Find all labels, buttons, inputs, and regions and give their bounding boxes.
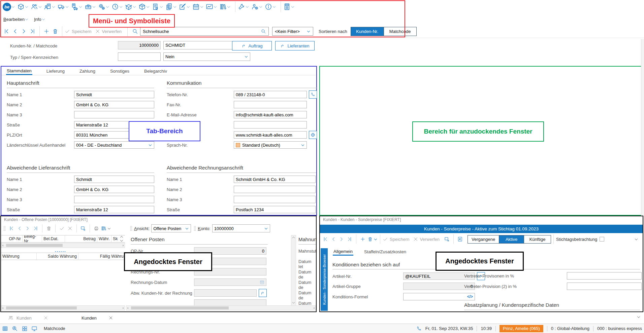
quick-search-input[interactable]: Schnellsuche xyxy=(140,27,269,36)
op-left-hscrollbar[interactable]: ‹› xyxy=(1,305,125,310)
aktive-button[interactable]: Aktive xyxy=(499,235,524,243)
toolbar-group-services[interactable] xyxy=(98,3,109,10)
telefon-input[interactable]: 089 / 231148-0 xyxy=(234,91,307,98)
toolbar-group-home[interactable]: be xyxy=(3,3,15,11)
table-grid-icon[interactable] xyxy=(2,326,8,332)
tab-allgemein[interactable]: Allgemein xyxy=(333,247,353,256)
drag-grip[interactable] xyxy=(130,226,132,231)
column-header[interactable]: Bel.Dat. xyxy=(42,235,65,242)
op-detail-vscrollbar[interactable] xyxy=(291,235,296,306)
rechnung-name3-input[interactable] xyxy=(234,196,316,203)
toolbar-group-stock-in[interactable] xyxy=(125,3,136,10)
vergangene-button[interactable]: Vergangene xyxy=(468,235,499,243)
previous-record-icon[interactable] xyxy=(17,226,22,231)
toolbar-group-info[interactable] xyxy=(265,3,276,10)
menu-bearbeiten[interactable]: Bearbeiten xyxy=(3,17,29,22)
status-time[interactable]: 10:39 xyxy=(481,326,492,331)
next-record-icon[interactable] xyxy=(339,236,344,242)
first-record-icon[interactable] xyxy=(323,236,328,242)
toolbar-group-library[interactable] xyxy=(219,3,231,10)
rechnung-strasse-input[interactable]: Postfach 1234 xyxy=(234,206,316,213)
open-website-button[interactable] xyxy=(309,131,317,139)
liefer-name1-input[interactable]: Schmidt xyxy=(74,176,154,183)
liefer-name3-input[interactable] xyxy=(74,196,154,203)
ansicht-dropdown[interactable]: Offene Posten xyxy=(151,224,191,232)
tab-lieferung[interactable]: Lieferung xyxy=(46,67,65,75)
toolbar-group-contacts[interactable] xyxy=(44,3,56,10)
printer-icon[interactable] xyxy=(94,226,99,231)
toolbar-group-time[interactable] xyxy=(111,3,123,10)
toolbar-group-calculator[interactable] xyxy=(283,3,295,10)
konto-dropdown[interactable]: 10000000 xyxy=(212,224,270,232)
rechnungsdatum-input[interactable] xyxy=(194,279,266,286)
status-department[interactable]: 0 : Global-Abteilung xyxy=(551,326,589,331)
email-input[interactable]: info@schmidt-kauft-alles.com xyxy=(234,111,307,118)
op-right-hscrollbar[interactable]: ‹› xyxy=(126,305,316,310)
tab-zahlung[interactable]: Zahlung xyxy=(79,67,96,75)
new-record-icon[interactable] xyxy=(360,236,365,242)
toolbar-group-delivery[interactable] xyxy=(71,3,83,10)
name2-input[interactable]: GmbH & Co. KG xyxy=(74,101,154,108)
formula-code-icon[interactable]: </> xyxy=(467,294,473,299)
first-record-icon[interactable] xyxy=(3,28,9,34)
open-record-button[interactable] xyxy=(259,289,267,297)
search-icon[interactable] xyxy=(261,29,266,34)
person-search-icon[interactable] xyxy=(12,326,18,332)
previous-record-icon[interactable] xyxy=(331,236,336,242)
close-icon[interactable] xyxy=(108,316,113,320)
next-record-icon[interactable] xyxy=(21,28,27,34)
op-grid-hscrollbar[interactable]: ‹› xyxy=(1,243,125,248)
splitter-dots[interactable] xyxy=(55,248,66,253)
save-button[interactable]: Speichern xyxy=(383,236,410,242)
tab-overflow-chevron[interactable] xyxy=(637,315,640,318)
discard-button[interactable]: Verwerfen xyxy=(95,29,122,34)
tab-stammdaten[interactable]: Stammdaten xyxy=(6,67,32,75)
toolbar-group-edit[interactable] xyxy=(179,3,190,10)
delete-record-icon[interactable] xyxy=(367,236,373,242)
rechnung-name2-input[interactable] xyxy=(234,186,316,193)
toolbar-group-stock[interactable] xyxy=(138,3,150,10)
toolbar-group-documents[interactable] xyxy=(165,3,177,10)
sprach-dropdown[interactable]: Standard (Deutsch) xyxy=(234,141,307,149)
phone-icon[interactable] xyxy=(416,326,422,331)
sperr-dropdown[interactable]: Nein xyxy=(163,52,250,61)
last-record-icon[interactable] xyxy=(30,28,36,34)
name3-input[interactable] xyxy=(74,111,154,118)
layout-squares-icon[interactable] xyxy=(22,326,28,332)
menu-info[interactable]: Info xyxy=(34,17,45,22)
toolbar-group-shipping[interactable] xyxy=(58,3,69,10)
euro-document-icon[interactable] xyxy=(457,236,463,242)
rechnung-name1-input[interactable]: Schmidt GmbH & Co. KG xyxy=(234,176,316,183)
new-record-icon[interactable] xyxy=(43,28,50,34)
toolbar-group-tools[interactable] xyxy=(238,3,249,10)
column-scroll-arrows[interactable] xyxy=(119,235,124,242)
column-header[interactable]: Fällig Währu xyxy=(78,253,125,260)
liefer-name2-input[interactable]: GmbH & Co. KG xyxy=(74,186,154,193)
filter-dropdown[interactable]: <Kein Filter> xyxy=(272,27,313,36)
laenderschluessel-dropdown[interactable]: 004 - DE - Deutschland xyxy=(74,141,154,149)
close-icon[interactable] xyxy=(43,316,48,320)
column-header[interactable]: Saldo Währung xyxy=(37,253,78,260)
auftrag-button[interactable]: Auftrag xyxy=(232,41,272,50)
tab-sonstiges[interactable]: Sonstiges xyxy=(109,67,130,75)
status-company[interactable]: 000 : business express xyxy=(597,326,642,331)
save-button[interactable]: Speichern xyxy=(65,29,92,34)
kuenftige-button[interactable]: Künftige xyxy=(524,235,551,243)
drag-grip[interactable] xyxy=(194,226,196,231)
column-header[interactable]: Betrag xyxy=(65,235,97,242)
konditionsformel-input[interactable]: </> xyxy=(403,293,475,300)
monitor-chat-icon[interactable] xyxy=(31,326,37,332)
delete-record-icon[interactable] xyxy=(52,28,58,34)
op-field6-input[interactable] xyxy=(194,299,266,306)
bottom-tab-kunden-1[interactable]: Kunden xyxy=(5,313,52,322)
liefer-strasse-input[interactable]: Marienstraße 12 xyxy=(74,206,154,213)
website-input[interactable]: www.schmidt-kauft-alles.com xyxy=(234,131,307,139)
previous-record-icon[interactable] xyxy=(12,28,18,34)
column-header[interactable]: Sk xyxy=(111,235,119,242)
column-header[interactable]: Währung xyxy=(1,253,37,260)
last-record-icon[interactable] xyxy=(347,236,352,242)
abw-kundennr-input[interactable] xyxy=(194,289,257,297)
first-record-icon[interactable] xyxy=(9,226,14,231)
refresh-window-icon[interactable] xyxy=(444,236,450,242)
last-record-icon[interactable] xyxy=(33,226,38,231)
